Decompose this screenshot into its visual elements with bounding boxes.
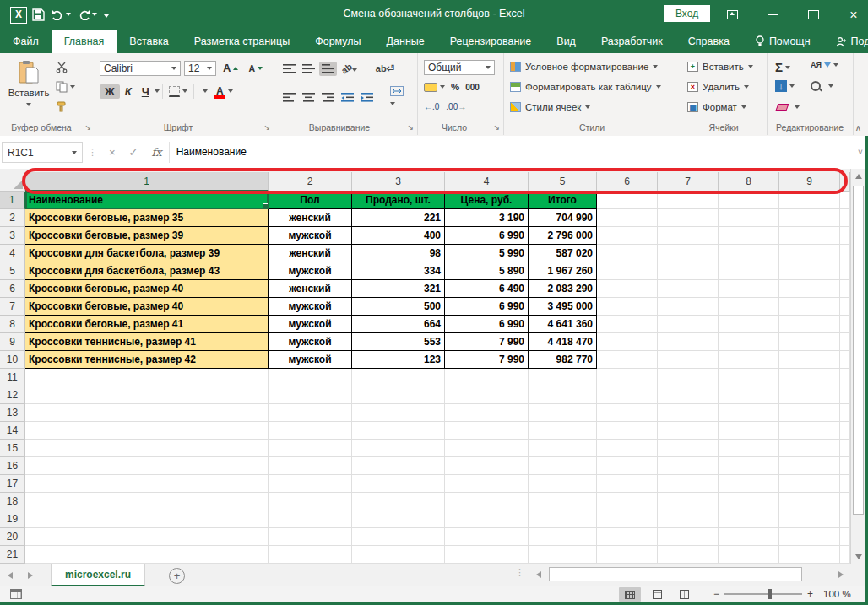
row-header-6[interactable]: 6 bbox=[0, 280, 25, 298]
cell-R9C4[interactable]: 7 990 bbox=[445, 333, 529, 351]
cell-R13C9[interactable] bbox=[779, 404, 840, 422]
cell-R6C1[interactable]: Кроссовки беговые, размер 40 bbox=[25, 280, 269, 298]
maximize-button[interactable] bbox=[800, 0, 826, 30]
cell-R10C2[interactable]: мужской bbox=[269, 351, 352, 369]
cell-R6C9[interactable] bbox=[779, 280, 840, 298]
vertical-scrollbar[interactable] bbox=[850, 169, 866, 564]
zoom-in-button[interactable]: + bbox=[807, 588, 813, 600]
cell-R15C5[interactable] bbox=[529, 440, 597, 457]
cell-R2C8[interactable] bbox=[719, 209, 779, 227]
enter-button[interactable]: ✓ bbox=[122, 146, 145, 159]
bold-button[interactable]: Ж bbox=[100, 84, 120, 99]
row-header-9[interactable]: 9 bbox=[0, 333, 25, 351]
previous-sheet-button[interactable] bbox=[0, 564, 20, 586]
number-format-select[interactable]: Общий bbox=[424, 60, 495, 75]
cell-R17C9[interactable] bbox=[779, 475, 840, 493]
cell-R3C4[interactable]: 6 990 bbox=[445, 227, 529, 245]
cell-R20C1[interactable] bbox=[25, 528, 269, 546]
cell-R19C6[interactable] bbox=[597, 510, 658, 528]
cell-R9C5[interactable]: 4 418 470 bbox=[529, 333, 597, 351]
tab-данные[interactable]: Данные bbox=[374, 30, 437, 53]
grow-font-button[interactable]: A bbox=[220, 60, 241, 76]
merge-center-button[interactable] bbox=[388, 84, 406, 111]
sort-filter-button[interactable]: АЯ bbox=[811, 62, 838, 68]
page-break-view-button[interactable] bbox=[673, 587, 695, 602]
cell-R17C6[interactable] bbox=[597, 475, 658, 493]
cell-R5C9[interactable] bbox=[779, 262, 840, 280]
cell-R10C8[interactable] bbox=[719, 351, 779, 369]
sheet-tab-active[interactable]: microexcel.ru bbox=[51, 564, 145, 586]
borders-button[interactable] bbox=[165, 84, 191, 99]
cell-R12C2[interactable] bbox=[269, 386, 352, 404]
cell-R17C5[interactable] bbox=[529, 475, 597, 493]
scroll-down-button[interactable] bbox=[851, 549, 866, 564]
cell-R21C4[interactable] bbox=[445, 546, 529, 564]
cell-R16C1[interactable] bbox=[25, 457, 269, 475]
cell-R3C2[interactable]: мужской bbox=[269, 227, 352, 245]
cell-R17C7[interactable] bbox=[658, 475, 719, 493]
normal-view-button[interactable] bbox=[619, 587, 641, 602]
cell-R9C9[interactable] bbox=[779, 333, 840, 351]
cell-R17C2[interactable] bbox=[269, 475, 352, 493]
cell-R11C8[interactable] bbox=[719, 369, 779, 386]
cell-R2C5[interactable]: 704 990 bbox=[529, 209, 597, 227]
cancel-button[interactable]: × bbox=[102, 146, 122, 159]
cell-R7C7[interactable] bbox=[658, 298, 719, 316]
cell-R4C1[interactable]: Кроссовки для баскетбола, размер 39 bbox=[25, 245, 269, 262]
cell-R8C3[interactable]: 664 bbox=[352, 316, 445, 333]
cell-R1C9[interactable] bbox=[779, 192, 840, 209]
cell-R11C3[interactable] bbox=[352, 369, 445, 386]
copy-button[interactable] bbox=[52, 79, 79, 95]
dialog-launcher-icon[interactable]: ↘ bbox=[407, 124, 414, 132]
cell-R13C4[interactable] bbox=[445, 404, 529, 422]
cell-R13C6[interactable] bbox=[597, 404, 658, 422]
dialog-launcher-icon[interactable]: ↘ bbox=[263, 124, 270, 132]
cell-R18C1[interactable] bbox=[25, 493, 269, 510]
cell-R9C2[interactable]: мужской bbox=[269, 333, 352, 351]
cell-R1C2[interactable]: Пол bbox=[269, 192, 352, 209]
row-header-20[interactable]: 20 bbox=[0, 528, 25, 546]
zoom-slider[interactable] bbox=[724, 593, 802, 595]
cell-R16C7[interactable] bbox=[658, 457, 719, 475]
sign-in-button[interactable]: Вход bbox=[664, 5, 710, 22]
horizontal-scrollbar[interactable] bbox=[549, 567, 831, 581]
accounting-format-button[interactable] bbox=[424, 83, 445, 92]
cell-R11C2[interactable] bbox=[269, 369, 352, 386]
cell-R21C7[interactable] bbox=[658, 546, 719, 564]
close-button[interactable]: × bbox=[841, 0, 866, 30]
align-center-button[interactable] bbox=[300, 90, 317, 105]
cell-R1C7[interactable] bbox=[658, 192, 719, 209]
cell-R14C6[interactable] bbox=[597, 422, 658, 440]
cell-R5C3[interactable]: 334 bbox=[352, 262, 445, 280]
fill-color-button[interactable] bbox=[197, 88, 211, 95]
cell-R17C3[interactable] bbox=[352, 475, 445, 493]
cell-R19C4[interactable] bbox=[445, 510, 529, 528]
macro-record-icon[interactable] bbox=[10, 589, 22, 599]
tab-вставка[interactable]: Вставка bbox=[117, 30, 181, 53]
cell-R18C6[interactable] bbox=[597, 493, 658, 510]
cell-R20C2[interactable] bbox=[269, 528, 352, 546]
cell-R9C8[interactable] bbox=[719, 333, 779, 351]
cell-R16C5[interactable] bbox=[529, 457, 597, 475]
align-middle-button[interactable] bbox=[300, 62, 317, 76]
cell-R2C3[interactable]: 221 bbox=[352, 209, 445, 227]
decrease-decimal-button[interactable]: .00→ bbox=[446, 102, 466, 111]
tab-вид[interactable]: Вид bbox=[544, 30, 589, 53]
underline-button[interactable]: Ч bbox=[137, 84, 155, 99]
column-header-8[interactable]: 8 bbox=[719, 172, 779, 192]
fill-button[interactable]: ↓ bbox=[775, 80, 795, 92]
font-size-select[interactable]: 12 bbox=[184, 61, 216, 76]
tab-file[interactable]: Файл bbox=[0, 30, 52, 53]
tab-разработчик[interactable]: Разработчик bbox=[589, 30, 675, 53]
cell-R7C6[interactable] bbox=[597, 298, 658, 316]
scroll-right-button[interactable] bbox=[833, 566, 849, 583]
cell-R21C2[interactable] bbox=[269, 546, 352, 564]
cell-R8C6[interactable] bbox=[597, 316, 658, 333]
cell-R6C2[interactable]: женский bbox=[269, 280, 352, 298]
row-header-2[interactable]: 2 bbox=[0, 209, 25, 227]
scroll-left-button[interactable] bbox=[530, 566, 547, 583]
orientation-button[interactable]: ab bbox=[339, 60, 360, 77]
cell-R14C7[interactable] bbox=[658, 422, 719, 440]
cell-R12C7[interactable] bbox=[658, 386, 719, 404]
cell-R8C1[interactable]: Кроссовки беговые, размер 41 bbox=[25, 316, 269, 333]
